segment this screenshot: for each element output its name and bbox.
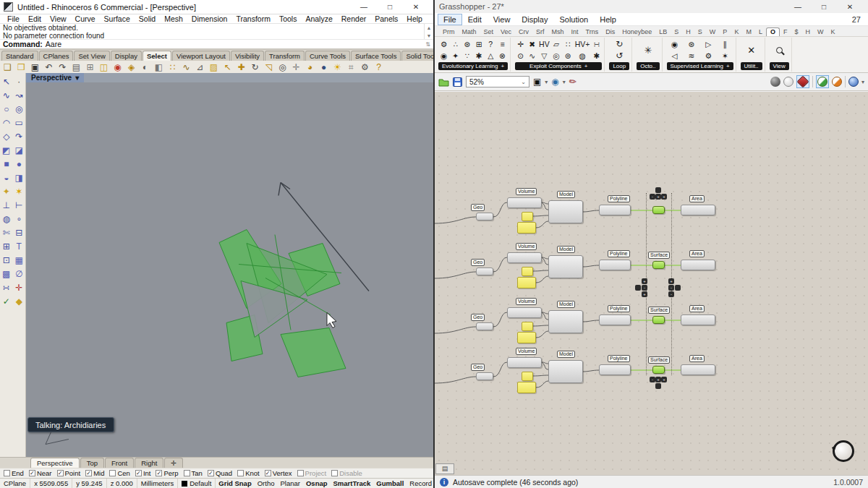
osnap-option[interactable]: Tan <box>184 469 203 477</box>
checkbox[interactable] <box>57 470 64 476</box>
ellipse-icon[interactable]: ◎ <box>13 102 26 116</box>
check-icon[interactable]: ✓ <box>0 294 13 308</box>
side-button[interactable] <box>635 285 641 291</box>
component-tab[interactable]: P <box>719 28 731 36</box>
points-on-icon[interactable]: ∷ <box>167 61 178 73</box>
panel-node[interactable] <box>522 322 533 331</box>
shade-icon[interactable]: ◕ <box>305 61 315 73</box>
input-node[interactable] <box>476 267 493 275</box>
rotate-icon[interactable]: ↻ <box>250 61 260 73</box>
osnap-option[interactable]: Quad <box>208 469 232 477</box>
block-icon[interactable]: ▩ <box>0 267 13 281</box>
toolbar-tab[interactable]: Surface Tools <box>351 51 401 61</box>
toolbar-tab[interactable]: Set View <box>74 51 109 61</box>
close-button[interactable]: ✕ <box>408 3 424 11</box>
component-tab[interactable]: K <box>827 28 838 36</box>
minimize-button[interactable]: — <box>790 3 806 11</box>
funnel-icon[interactable]: ▽ <box>540 51 549 60</box>
status-field[interactable]: z 0.000 <box>107 479 137 488</box>
new-file-icon[interactable]: ❑ <box>2 61 13 73</box>
volume-node[interactable] <box>507 307 542 318</box>
settings-icon[interactable]: ⚙ <box>704 51 713 60</box>
selected-surface-node[interactable] <box>652 261 665 269</box>
render-icon[interactable]: ● <box>318 61 329 73</box>
paintbrush-icon[interactable]: ✎ <box>567 75 579 87</box>
rectangle-icon[interactable]: ▭ <box>13 116 26 129</box>
list-icon[interactable]: ≡ <box>498 40 507 48</box>
area-node[interactable] <box>681 205 715 215</box>
polyline-node[interactable] <box>599 260 631 270</box>
curve-handles-icon[interactable]: ↝ <box>13 88 26 102</box>
cross-link-icon[interactable]: ⊗ <box>498 51 507 60</box>
chamfer-icon[interactable]: ⊢ <box>13 198 26 212</box>
checkbox[interactable] <box>29 470 35 476</box>
model-node[interactable] <box>548 255 583 278</box>
freeform-curve-icon[interactable]: ↷ <box>13 129 26 143</box>
panel-node[interactable] <box>517 382 536 393</box>
delta-icon[interactable]: △ <box>486 51 495 60</box>
osnap-option[interactable]: Mid <box>85 469 104 477</box>
component-tab[interactable]: F <box>780 28 791 36</box>
selected-preview-mode[interactable] <box>816 75 829 88</box>
toolbar-tab[interactable]: Transform <box>265 51 305 61</box>
viewport-tab[interactable]: Right <box>135 458 163 468</box>
hatch-surface-icon[interactable]: ▦ <box>13 253 26 267</box>
toolbar-tab[interactable]: Visibility <box>231 51 264 61</box>
component-tab[interactable]: Vec <box>497 28 515 36</box>
selected-red-gem[interactable] <box>796 75 809 88</box>
viewport-tab[interactable]: Top <box>80 458 104 468</box>
component-tab[interactable]: LB <box>655 28 671 36</box>
orange-sphere-icon[interactable] <box>832 77 842 87</box>
toolbar-tab[interactable]: Curve Tools <box>305 51 350 61</box>
zoom-extents-icon[interactable]: ▣ <box>533 77 541 87</box>
component-tab[interactable]: Dis <box>602 28 618 36</box>
toolbar-tab[interactable]: Select <box>142 51 171 61</box>
loop-end-icon[interactable]: ↺ <box>615 51 624 61</box>
blue-sphere-icon[interactable] <box>848 77 859 87</box>
zoom-icon[interactable]: ◎ <box>277 61 288 73</box>
component-tab[interactable]: H <box>801 28 814 36</box>
panel-node[interactable] <box>517 277 536 288</box>
polyline-node[interactable] <box>599 205 631 215</box>
component-tab[interactable]: Srf <box>532 28 548 36</box>
viewport-tab[interactable]: ✛ <box>164 458 183 468</box>
menu-item[interactable]: Render <box>337 14 370 23</box>
checkbox[interactable] <box>297 470 304 476</box>
menu-item[interactable]: Solid <box>135 14 160 23</box>
magnifier-icon[interactable] <box>776 47 783 53</box>
burst-icon[interactable]: ✱ <box>592 51 601 60</box>
learner-icon[interactable]: ◉ <box>439 51 448 60</box>
lock-icon[interactable]: ◧ <box>153 61 164 73</box>
component-tab[interactable]: Set <box>480 28 498 36</box>
minus-button[interactable]: - <box>668 291 674 297</box>
anchor-icon[interactable]: ✛ <box>516 40 525 48</box>
polyline-node[interactable] <box>599 314 631 325</box>
explode-icon[interactable]: ✶ <box>13 184 26 198</box>
menu-item[interactable]: File <box>438 14 462 25</box>
play-icon[interactable]: ▷ <box>704 40 713 48</box>
osnap-option[interactable]: Point <box>57 469 81 477</box>
sweep-icon[interactable]: ◨ <box>13 171 26 184</box>
osnap-option[interactable]: Disable <box>331 469 362 477</box>
input-node[interactable] <box>476 322 493 330</box>
status-field[interactable]: CPlane <box>0 479 30 488</box>
status-toggle[interactable]: Ortho <box>255 479 278 487</box>
component-tab[interactable]: L <box>755 28 766 36</box>
network-icon[interactable]: ∴ <box>451 40 460 48</box>
split-icon[interactable]: ⊟ <box>13 226 26 239</box>
plane-icon[interactable]: ▱ <box>552 40 561 48</box>
checkbox[interactable] <box>156 470 162 476</box>
dark-sphere-icon[interactable] <box>770 77 780 87</box>
area-node[interactable] <box>681 314 715 325</box>
osnap-option[interactable]: Knot <box>237 469 260 477</box>
command-input[interactable]: Command: Aare ⇅ <box>0 40 433 50</box>
menu-item[interactable]: Edit <box>462 14 488 25</box>
plus-button[interactable]: + <box>661 194 667 200</box>
select-arrow-icon[interactable]: ↖ <box>0 74 13 88</box>
menu-item[interactable]: Help <box>402 14 427 23</box>
dial-icon[interactable]: ◍ <box>578 51 587 60</box>
sphere-icon[interactable]: ● <box>13 157 26 171</box>
move-icon[interactable]: ✚ <box>236 61 247 73</box>
osnap-option[interactable]: Vertex <box>265 469 292 477</box>
join-icon[interactable]: ⊞ <box>0 239 13 253</box>
